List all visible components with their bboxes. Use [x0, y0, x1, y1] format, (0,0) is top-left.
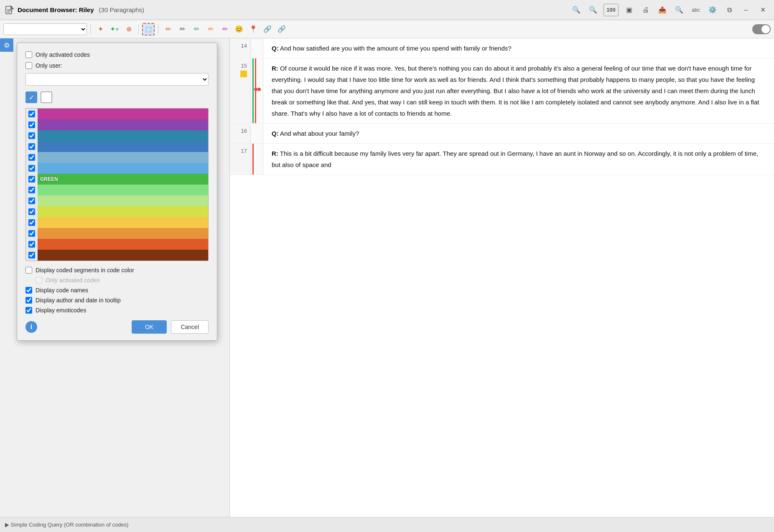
spell-button[interactable]: abc	[690, 4, 702, 16]
display-emoticodes-checkbox[interactable]	[25, 307, 32, 314]
color-swatch-7	[38, 185, 208, 195]
window-title: Document Browser: Riley	[18, 6, 94, 13]
ok-button[interactable]: OK	[132, 320, 167, 334]
export-button[interactable]: 📤	[656, 4, 669, 16]
highlight-btn-red[interactable]: ✏	[162, 23, 174, 35]
separator-3	[158, 24, 158, 34]
paragraph-15: 15 R: Of course it would be nice if it w…	[230, 58, 774, 124]
color-checkbox-13[interactable]	[28, 252, 35, 258]
title-bar-left: Document Browser: Riley (30 Paragraphs)	[5, 5, 144, 15]
para-15-num: 15	[241, 63, 247, 69]
view-toggle[interactable]	[752, 24, 771, 34]
color-row-cb-6	[26, 174, 38, 185]
display-codenames-label: Display code names	[36, 287, 88, 294]
color-checkbox-3[interactable]	[28, 143, 35, 150]
para-content-15: R: Of course it would be nice if it was …	[263, 58, 774, 123]
para-15-speaker: R:	[272, 65, 278, 72]
layout-button[interactable]: ▣	[623, 4, 635, 16]
only-activated-disabled-checkbox[interactable]	[36, 277, 42, 284]
color-row-cb-13	[26, 250, 38, 261]
separator-1	[90, 24, 91, 34]
code-btn-2[interactable]: ✦+	[108, 23, 121, 35]
para-15-text: Of course it would be nice if it was mor…	[272, 65, 759, 117]
only-user-checkbox[interactable]	[25, 62, 32, 69]
status-text: ▶ Simple Coding Query (OR combination of…	[5, 522, 128, 528]
paragraphs-container: 14 Q: And how satisfied are you with the…	[230, 38, 774, 175]
color-checkbox-2[interactable]	[28, 132, 35, 139]
highlight-btn-orange[interactable]: ✏	[204, 23, 217, 35]
color-checkbox-0[interactable]	[28, 111, 35, 117]
color-row-cb-10	[26, 217, 38, 228]
percent-button[interactable]: 100	[603, 4, 619, 16]
code-btn-3[interactable]: ⊕	[122, 23, 135, 35]
code-select[interactable]	[3, 23, 87, 35]
color-row-cb-7	[26, 185, 38, 195]
color-row-cb-0	[26, 109, 38, 119]
code-btn-1[interactable]: ✦	[94, 23, 107, 35]
paragraph-17: 17 R: This is a bit difficult because my…	[230, 144, 774, 175]
color-swatch-2	[38, 130, 208, 141]
color-row-13	[26, 250, 208, 261]
unlink-btn[interactable]: 🔗	[275, 23, 288, 35]
status-bar: ▶ Simple Coding Query (OR combination of…	[0, 517, 774, 532]
color-checkbox-11[interactable]	[28, 230, 35, 237]
search-button[interactable]: 🔍	[570, 4, 583, 16]
color-row-10	[26, 217, 208, 228]
window-subtitle: (30 Paragraphs)	[99, 6, 144, 13]
display-coded-row: Display coded segments in code color	[25, 267, 209, 274]
only-activated-disabled-row: Only activated codes	[36, 277, 209, 284]
color-checkbox-8[interactable]	[28, 198, 35, 204]
color-checkbox-7[interactable]	[28, 187, 35, 193]
toolbar: ✦ ✦+ ⊕ ⬚ ✏ ✏ ✏ ✏ ✏ 😊 📍 🔗 🔗	[0, 20, 774, 38]
emoji-btn[interactable]: 😊	[233, 23, 245, 35]
pin-btn[interactable]: 📍	[247, 23, 260, 35]
color-row-1	[26, 119, 208, 130]
highlight-btn-pink[interactable]: ✏	[219, 23, 231, 35]
zoom-button[interactable]: 🔍	[673, 4, 685, 16]
select-btn[interactable]: ⬚	[142, 23, 155, 35]
print-button[interactable]: 🖨	[639, 4, 652, 16]
user-dropdown[interactable]	[25, 73, 209, 86]
info-button[interactable]: i	[25, 321, 37, 333]
color-row-cb-3	[26, 141, 38, 152]
color-swatch-8	[38, 195, 208, 206]
footer-buttons: OK Cancel	[132, 320, 209, 334]
cancel-button[interactable]: Cancel	[171, 320, 209, 334]
display-author-checkbox[interactable]	[25, 297, 32, 304]
color-checkbox-1[interactable]	[28, 122, 35, 128]
copy-window-button[interactable]: ⧉	[723, 4, 736, 16]
color-row-cb-9	[26, 206, 38, 217]
color-row-cb-8	[26, 195, 38, 206]
highlight-btn-green[interactable]: ✏	[190, 23, 203, 35]
color-row-12	[26, 239, 208, 250]
highlight-btn-dark[interactable]: ✏	[176, 23, 188, 35]
uncheck-all-btn[interactable]	[41, 91, 52, 103]
link-btn[interactable]: 🔗	[261, 23, 274, 35]
only-user-label: Only user:	[36, 62, 62, 69]
display-codenames-checkbox[interactable]	[25, 287, 32, 294]
display-coded-checkbox[interactable]	[25, 267, 32, 274]
left-panel: ⚙ Only activated codes Only user: ✓ GR	[0, 38, 230, 517]
document-area: 14 Q: And how satisfied are you with the…	[230, 38, 774, 517]
para-num-15: 15	[230, 58, 251, 123]
minimize-button[interactable]: –	[740, 4, 752, 16]
color-row-2	[26, 130, 208, 141]
color-checkbox-9[interactable]	[28, 208, 35, 215]
color-row-cb-2	[26, 130, 38, 141]
search2-button[interactable]: 🔍	[587, 4, 599, 16]
para-marker-17	[251, 144, 263, 175]
only-activated-disabled-label: Only activated codes	[46, 277, 100, 284]
color-checkbox-5[interactable]	[28, 165, 35, 172]
color-row-cb-5	[26, 163, 38, 174]
color-row-cb-4	[26, 152, 38, 163]
color-checkbox-4[interactable]	[28, 154, 35, 161]
color-checkbox-12[interactable]	[28, 241, 35, 248]
color-checkbox-10[interactable]	[28, 219, 35, 226]
only-activated-checkbox[interactable]	[25, 51, 32, 58]
color-swatch-10	[38, 217, 208, 228]
close-button[interactable]: ✕	[756, 4, 769, 16]
check-all-btn[interactable]: ✓	[25, 91, 37, 103]
settings-button[interactable]: ⚙️	[706, 4, 719, 16]
color-checkbox-6[interactable]	[28, 176, 35, 182]
display-emoticodes-row: Display emoticodes	[25, 307, 209, 314]
